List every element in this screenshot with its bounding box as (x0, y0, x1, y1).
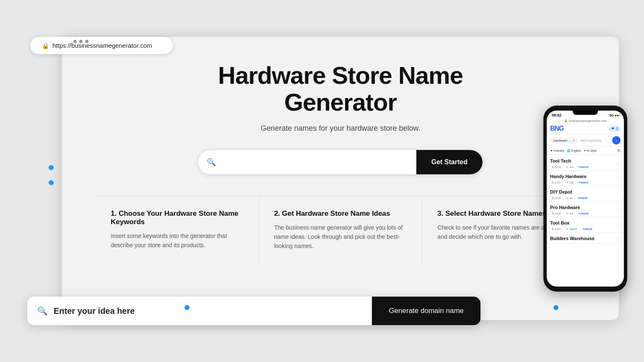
phone-results-list: Tool Tech $.com✓.co+more ♡ Handy Hardwar… (547, 155, 624, 243)
selection-handle-bl (184, 305, 190, 310)
result-domains: $.com✓.store+more (550, 227, 616, 231)
domain-tag: ✓.co (564, 180, 575, 185)
heart-button[interactable]: ♡ (616, 236, 621, 242)
filter-english[interactable]: 🌐 English (567, 149, 581, 153)
result-domains: $.com✓.co+more (550, 211, 616, 216)
phone-search-go-button[interactable]: › (612, 136, 621, 145)
heart-button[interactable]: ♡ (616, 161, 621, 167)
step-desc: Insert some keywords into the generator … (111, 231, 244, 250)
result-name: Tool Tech (550, 158, 616, 163)
url-bar[interactable]: 🔒 https://businessnamegenerator.com (30, 37, 173, 54)
phone-lock-icon: 🔒 (564, 119, 568, 122)
step-item: 2. Get Hardware Store Name Ideas The bus… (259, 196, 423, 264)
step-item: 1. Choose Your Hardware Store Name Keywo… (96, 196, 259, 264)
domain-tag: ✓.co (564, 211, 575, 216)
phone-result-item[interactable]: Tool Box $.com✓.store+more ♡ (547, 217, 624, 233)
bottom-search-placeholder[interactable]: Enter your idea here (54, 306, 135, 316)
result-name: DIY Depot (550, 189, 616, 194)
step-title: 2. Get Hardware Store Name Ideas (274, 209, 407, 218)
phone-heart-badge: ❤ 3 (609, 126, 621, 132)
result-name: Builders Warehouse (550, 236, 616, 241)
result-domains: $.com✓.io+more (550, 196, 616, 200)
result-domains: $.com✓.co+more (550, 180, 616, 185)
selection-handle-ml (49, 180, 54, 185)
get-started-button[interactable]: Get Started (416, 150, 483, 174)
result-name: Pro Hardware (550, 205, 616, 210)
domain-tag: ✓.store (564, 227, 579, 231)
domain-tag: ✓.io (564, 196, 574, 200)
bottom-search-area: 🔍 Enter your idea here (27, 297, 372, 325)
result-info: Tool Box $.com✓.store+more (550, 220, 616, 231)
domain-tag: $.com (550, 211, 563, 216)
heart-button[interactable]: ♡ (616, 176, 621, 182)
page-subtitle: Generate names for your hardware store b… (96, 124, 585, 133)
domain-tag: $.com (550, 165, 563, 169)
heart-button[interactable]: ♡ (616, 207, 621, 213)
browser-window: Hardware Store Name Generator Generate n… (62, 37, 619, 320)
bottom-search-bar[interactable]: 🔍 Enter your idea here Generate domain n… (27, 297, 480, 325)
domain-tag: +more (576, 196, 589, 200)
phone-keyword-chip[interactable]: hardware ... ✕ (550, 137, 579, 144)
phone-frame: 09:52 5G ●● 🔒 businessnamegenerator.com … (543, 106, 627, 292)
search-icon: 🔍 (207, 158, 216, 167)
heart-button[interactable]: ♡ (616, 192, 621, 198)
domain-tag: ✓.co (564, 165, 575, 169)
phone-time: 09:52 (552, 113, 561, 117)
search-input-area: 🔍 (198, 150, 416, 174)
lock-icon: 🔒 (42, 42, 49, 49)
phone-result-item[interactable]: Handy Hardware $.com✓.co+more ♡ (547, 171, 624, 186)
page-title: Hardware Store Name Generator (96, 62, 585, 116)
phone-screen: 09:52 5G ●● 🔒 businessnamegenerator.com … (547, 111, 624, 287)
result-info: Builders Warehouse (550, 236, 616, 242)
phone-result-item[interactable]: DIY Depot $.com✓.io+more ♡ (547, 186, 624, 202)
result-info: Pro Hardware $.com✓.co+more (550, 205, 616, 216)
add-keywords-text[interactable]: Add keywords (580, 139, 601, 142)
bottom-search-icon: 🔍 (37, 306, 48, 316)
domain-tag: +more (576, 180, 590, 185)
refresh-icon[interactable]: ↻ (617, 148, 621, 153)
result-name: Tool Box (550, 220, 616, 225)
domain-tag: +more (576, 165, 590, 169)
phone-url-bar: 🔒 businessnamegenerator.com (547, 118, 624, 123)
selection-handle-tl (49, 165, 54, 170)
site-content: Hardware Store Name Generator Generate n… (62, 37, 619, 281)
filter-ai-style[interactable]: ✦ AI Style (584, 149, 597, 153)
url-text: https://businessnamegenerator.com (52, 42, 152, 49)
phone-notch (573, 111, 598, 115)
browser-dots (73, 40, 88, 43)
result-info: Tool Tech $.com✓.co+more (550, 158, 616, 169)
search-bar[interactable]: 🔍 Get Started (198, 150, 483, 175)
phone-search-row[interactable]: hardware ... ✕ Add keywords › (547, 134, 624, 147)
step-title: 1. Choose Your Hardware Store Name Keywo… (111, 209, 244, 226)
domain-tag: +more (581, 227, 594, 231)
dot-1 (73, 40, 77, 43)
phone-url-text: businessnamegenerator.com (569, 119, 607, 122)
result-domains: $.com✓.co+more (550, 165, 616, 169)
phone-filters: ▼ Industry 🌐 English ✦ AI Style ↻ (547, 147, 624, 155)
heart-button[interactable]: ♡ (616, 223, 621, 229)
filter-industry[interactable]: ▼ Industry (550, 149, 564, 152)
result-info: Handy Hardware $.com✓.co+more (550, 174, 616, 185)
step-desc: The business name generator will give yo… (274, 223, 407, 251)
steps-section: 1. Choose Your Hardware Store Name Keywo… (96, 196, 585, 264)
dot-3 (85, 40, 88, 43)
phone-signal: 5G ●● (609, 114, 619, 117)
chip-close-icon[interactable]: ✕ (572, 139, 575, 142)
url-bar-container: 🔒 https://businessnamegenerator.com (30, 37, 173, 54)
domain-tag: $.com (550, 180, 563, 185)
selection-handle-br (553, 305, 558, 310)
phone-mockup: 09:52 5G ●● 🔒 businessnamegenerator.com … (543, 106, 627, 292)
dot-2 (79, 40, 83, 43)
generate-domain-button[interactable]: Generate domain name (372, 297, 480, 325)
result-info: DIY Depot $.com✓.io+more (550, 189, 616, 200)
phone-status-right: 5G ●● (609, 114, 619, 117)
domain-tag: $.com (550, 196, 563, 200)
domain-tag: $.com (550, 227, 563, 231)
phone-nav: BNG ❤ 3 (547, 123, 624, 134)
domain-tag: +more (576, 211, 590, 216)
phone-result-item[interactable]: Builders Warehouse ♡ (547, 233, 624, 243)
phone-result-item[interactable]: Pro Hardware $.com✓.co+more ♡ (547, 202, 624, 217)
result-name: Handy Hardware (550, 174, 616, 179)
phone-result-item[interactable]: Tool Tech $.com✓.co+more ♡ (547, 155, 624, 171)
bng-logo: BNG (550, 125, 564, 132)
